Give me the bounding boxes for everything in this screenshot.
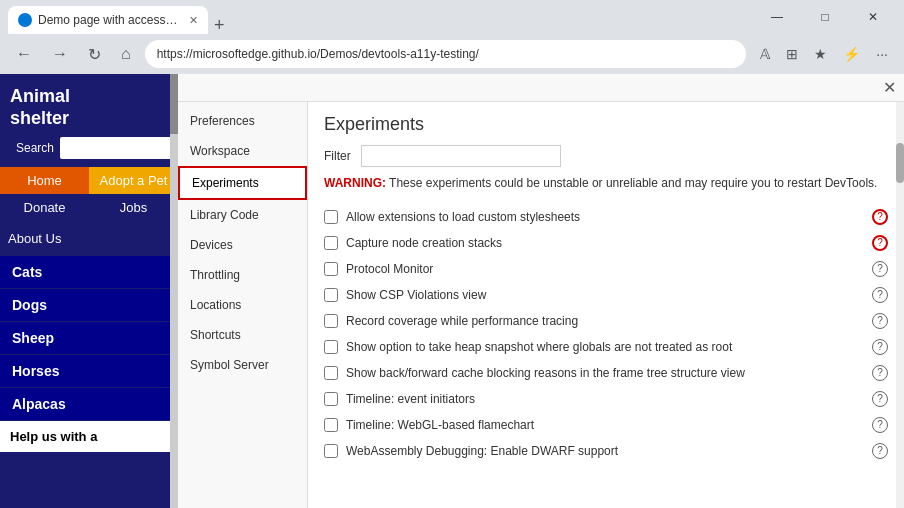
exp-label-5: Record coverage while performance tracin… bbox=[346, 314, 864, 328]
list-item-sheep[interactable]: Sheep bbox=[0, 322, 178, 355]
window-controls: — □ ✕ bbox=[754, 0, 896, 34]
exp-help-5[interactable]: ? bbox=[872, 313, 888, 329]
exp-checkbox-3[interactable] bbox=[324, 262, 338, 276]
experiment-item-1: Allow extensions to load custom styleshe… bbox=[324, 204, 888, 230]
sidebar-scrollbar-thumb[interactable] bbox=[170, 74, 178, 134]
exp-checkbox-4[interactable] bbox=[324, 288, 338, 302]
experiment-item-5: Record coverage while performance tracin… bbox=[324, 308, 888, 334]
exp-label-7: Show back/forward cache blocking reasons… bbox=[346, 366, 864, 380]
exp-checkbox-1[interactable] bbox=[324, 210, 338, 224]
exp-checkbox-8[interactable] bbox=[324, 392, 338, 406]
exp-help-4[interactable]: ? bbox=[872, 287, 888, 303]
settings-nav-devices[interactable]: Devices bbox=[178, 230, 307, 260]
exp-checkbox-10[interactable] bbox=[324, 444, 338, 458]
warning-label: WARNING: bbox=[324, 176, 386, 190]
close-button[interactable]: ✕ bbox=[850, 0, 896, 34]
website-sidebar: Animal shelter Search Home Adopt a Pet D… bbox=[0, 74, 178, 508]
active-tab[interactable]: Demo page with accessibility iss ✕ bbox=[8, 6, 208, 34]
read-mode-button[interactable]: 𝔸 bbox=[754, 42, 776, 66]
nav-jobs[interactable]: Jobs bbox=[89, 194, 178, 221]
website-title: Animal shelter bbox=[10, 86, 168, 129]
warning-body: These experiments could be unstable or u… bbox=[386, 176, 877, 190]
exp-help-9[interactable]: ? bbox=[872, 417, 888, 433]
exp-label-1: Allow extensions to load custom styleshe… bbox=[346, 210, 864, 224]
settings-nav-workspace[interactable]: Workspace bbox=[178, 136, 307, 166]
settings-nav-locations[interactable]: Locations bbox=[178, 290, 307, 320]
favorites-button[interactable]: ★ bbox=[808, 42, 833, 66]
nav-about[interactable]: About Us bbox=[0, 221, 178, 256]
nav-adopt[interactable]: Adopt a Pet bbox=[89, 167, 178, 194]
refresh-button[interactable]: ↻ bbox=[82, 41, 107, 68]
home-button[interactable]: ⌂ bbox=[115, 41, 137, 67]
exp-checkbox-6[interactable] bbox=[324, 340, 338, 354]
exp-help-7[interactable]: ? bbox=[872, 365, 888, 381]
settings-nav-shortcuts[interactable]: Shortcuts bbox=[178, 320, 307, 350]
nav-home[interactable]: Home bbox=[0, 167, 89, 194]
help-text: Help us with a bbox=[0, 421, 178, 452]
exp-label-2: Capture node creation stacks bbox=[346, 236, 864, 250]
search-button[interactable]: Search bbox=[10, 139, 60, 157]
list-item-horses[interactable]: Horses bbox=[0, 355, 178, 388]
settings-nav-throttling[interactable]: Throttling bbox=[178, 260, 307, 290]
new-tab-button[interactable]: + bbox=[208, 16, 231, 34]
settings-content: Experiments Filter WARNING: These experi… bbox=[308, 102, 904, 508]
title-bar: Demo page with accessibility iss ✕ + — □… bbox=[0, 0, 904, 34]
experiment-item-6: Show option to take heap snapshot where … bbox=[324, 334, 888, 360]
exp-help-1[interactable]: ? bbox=[872, 209, 888, 225]
experiments-title: Experiments bbox=[324, 114, 888, 135]
address-input[interactable] bbox=[145, 40, 747, 68]
nav-donate[interactable]: Donate bbox=[0, 194, 89, 221]
back-button[interactable]: ← bbox=[10, 41, 38, 67]
collections-button[interactable]: ⊞ bbox=[780, 42, 804, 66]
settings-scrollbar-thumb[interactable] bbox=[896, 143, 904, 183]
settings-nav-experiments[interactable]: Experiments bbox=[178, 166, 307, 200]
list-item-dogs[interactable]: Dogs bbox=[0, 289, 178, 322]
exp-help-10[interactable]: ? bbox=[872, 443, 888, 459]
more-button[interactable]: ··· bbox=[870, 42, 894, 66]
experiment-item-4: Show CSP Violations view ? bbox=[324, 282, 888, 308]
devtools-header: ✕ bbox=[178, 74, 904, 102]
experiment-item-3: Protocol Monitor ? bbox=[324, 256, 888, 282]
exp-label-9: Timeline: WebGL-based flamechart bbox=[346, 418, 864, 432]
experiment-item-10: WebAssembly Debugging: Enable DWARF supp… bbox=[324, 438, 888, 464]
settings-scrollbar[interactable] bbox=[896, 102, 904, 508]
tab-title: Demo page with accessibility iss bbox=[38, 13, 179, 27]
tab-favicon bbox=[18, 13, 32, 27]
search-bar: Search bbox=[10, 137, 168, 159]
devtools-close-button[interactable]: ✕ bbox=[883, 78, 896, 97]
filter-row: Filter bbox=[324, 145, 888, 167]
exp-label-10: WebAssembly Debugging: Enable DWARF supp… bbox=[346, 444, 864, 458]
tab-bar: Demo page with accessibility iss ✕ + bbox=[8, 0, 754, 34]
filter-input[interactable] bbox=[361, 145, 561, 167]
exp-checkbox-2[interactable] bbox=[324, 236, 338, 250]
devtools-settings: ✕ Preferences Workspace Experiments Libr… bbox=[178, 74, 904, 508]
search-input[interactable] bbox=[60, 137, 178, 159]
sidebar-animal-list: Cats Dogs Sheep Horses Alpacas bbox=[0, 256, 178, 421]
settings-nav-symbol-server[interactable]: Symbol Server bbox=[178, 350, 307, 380]
main-content: Animal shelter Search Home Adopt a Pet D… bbox=[0, 74, 904, 508]
exp-help-6[interactable]: ? bbox=[872, 339, 888, 355]
forward-button[interactable]: → bbox=[46, 41, 74, 67]
list-item-cats[interactable]: Cats bbox=[0, 256, 178, 289]
address-bar: ← → ↻ ⌂ 𝔸 ⊞ ★ ⚡ ··· bbox=[0, 34, 904, 74]
exp-help-3[interactable]: ? bbox=[872, 261, 888, 277]
exp-label-6: Show option to take heap snapshot where … bbox=[346, 340, 864, 354]
settings-nav: Preferences Workspace Experiments Librar… bbox=[178, 102, 308, 508]
exp-help-2[interactable]: ? bbox=[872, 235, 888, 251]
exp-checkbox-9[interactable] bbox=[324, 418, 338, 432]
exp-checkbox-7[interactable] bbox=[324, 366, 338, 380]
exp-help-8[interactable]: ? bbox=[872, 391, 888, 407]
minimize-button[interactable]: — bbox=[754, 0, 800, 34]
exp-label-8: Timeline: event initiators bbox=[346, 392, 864, 406]
tab-close-button[interactable]: ✕ bbox=[189, 14, 198, 27]
experiment-item-8: Timeline: event initiators ? bbox=[324, 386, 888, 412]
maximize-button[interactable]: □ bbox=[802, 0, 848, 34]
exp-checkbox-5[interactable] bbox=[324, 314, 338, 328]
sidebar-scrollbar[interactable] bbox=[170, 74, 178, 508]
browser-chrome: Demo page with accessibility iss ✕ + — □… bbox=[0, 0, 904, 74]
warning-text: WARNING: These experiments could be unst… bbox=[324, 175, 888, 192]
list-item-alpacas[interactable]: Alpacas bbox=[0, 388, 178, 421]
settings-nav-preferences[interactable]: Preferences bbox=[178, 106, 307, 136]
settings-nav-library-code[interactable]: Library Code bbox=[178, 200, 307, 230]
extensions-button[interactable]: ⚡ bbox=[837, 42, 866, 66]
